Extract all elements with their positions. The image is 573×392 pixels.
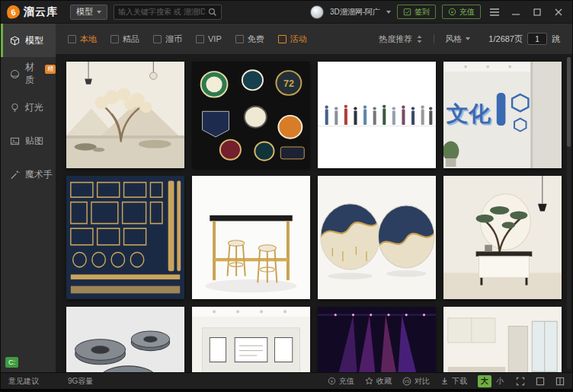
maximize-button[interactable] (530, 5, 545, 20)
sidebar-item-magic-tool[interactable]: 魔术手 (1, 158, 56, 191)
sort-dropdown[interactable]: 热度推荐 (379, 33, 423, 45)
thumbnail-image (443, 307, 562, 372)
recharge-button[interactable]: ¥ 充值 (442, 5, 481, 19)
status-left: 意见建议 9G容量 (8, 376, 93, 387)
download-action[interactable]: 下载 (440, 376, 467, 387)
signin-label: 签到 (415, 7, 430, 18)
page-jump-button[interactable]: 跳 (552, 33, 560, 45)
disk-capacity-badge[interactable]: C: (5, 357, 18, 368)
content-area: 本地 精品 溜币 VIP 免费 (56, 24, 572, 372)
titlebar-right: 3D溜溜网-阿广 签到 ¥ 充值 (310, 5, 566, 20)
checkbox-icon (110, 35, 119, 43)
style-dropdown[interactable]: 风格 (445, 33, 470, 45)
filter-label: 溜币 (165, 33, 182, 45)
checkbox-icon (196, 35, 204, 43)
model-thumbnail[interactable] (66, 62, 184, 168)
category-dropdown-label: 模型 (76, 6, 93, 18)
compare-action[interactable]: VS 对比 (402, 376, 430, 387)
filter-label: 活动 (290, 33, 307, 45)
user-chevron-down-icon[interactable] (386, 11, 391, 14)
filter-free[interactable]: 免费 (235, 33, 264, 45)
layout-single-icon[interactable] (536, 377, 545, 386)
model-thumbnail[interactable] (66, 176, 184, 299)
filter-label: 精品 (123, 33, 139, 45)
thumbnail-image (192, 307, 310, 372)
results-grid-area: 72 (56, 54, 572, 372)
svg-text:VS: VS (405, 378, 410, 383)
search-icon[interactable] (208, 8, 217, 17)
filter-label: 本地 (80, 33, 97, 45)
sidebar-item-textures[interactable]: 贴图 (1, 124, 56, 158)
sidebar-item-models[interactable]: 模型 (1, 24, 56, 57)
coin-icon: ¥ (448, 8, 456, 16)
coin-icon: ¥ (328, 377, 336, 385)
download-icon (440, 377, 449, 385)
feedback-link[interactable]: 意见建议 (8, 376, 39, 387)
premium-badge: 精 (45, 65, 56, 74)
model-thumbnail[interactable] (192, 307, 310, 372)
thumbnail-image (318, 62, 436, 168)
thumbnail-image (192, 176, 310, 299)
close-button[interactable] (551, 5, 566, 20)
page-jump-input[interactable] (527, 33, 547, 45)
picture-icon (10, 136, 20, 146)
sidebar-item-materials[interactable]: 材质 精 (1, 57, 56, 91)
sidebar-item-label: 魔术手 (25, 168, 53, 181)
checkbox-icon (235, 35, 244, 43)
filter-coin[interactable]: 溜币 (153, 33, 182, 45)
filter-vip[interactable]: VIP (196, 34, 222, 43)
divider (434, 34, 434, 43)
favorite-label: 收藏 (376, 376, 392, 387)
signin-button[interactable]: 签到 (397, 5, 436, 19)
page-info: 1/2687页 (488, 33, 523, 45)
sort-label: 热度推荐 (379, 33, 412, 45)
filter-activity[interactable]: 活动 (278, 33, 307, 45)
sidebar-item-label: 灯光 (25, 101, 43, 114)
fullscreen-icon[interactable] (516, 377, 525, 386)
model-thumbnail[interactable] (443, 307, 562, 372)
category-dropdown[interactable]: 模型 (70, 5, 107, 20)
scrollbar[interactable] (567, 57, 571, 369)
svg-text:72: 72 (283, 78, 294, 89)
layout-split-icon[interactable] (555, 377, 565, 386)
model-thumbnail[interactable] (318, 176, 436, 299)
username[interactable]: 3D溜溜网-阿广 (330, 7, 380, 18)
sidebar-item-lights[interactable]: 灯光 (1, 91, 56, 124)
model-thumbnail[interactable] (318, 307, 436, 372)
model-thumbnail[interactable] (443, 176, 562, 299)
size-small-button[interactable]: 小 (495, 375, 505, 387)
cube-icon (10, 36, 20, 46)
scrollbar-thumb[interactable] (567, 57, 571, 147)
model-thumbnail[interactable]: 文化 文化 (443, 62, 562, 168)
minimize-button[interactable] (508, 5, 523, 20)
model-thumbnail[interactable] (318, 62, 436, 168)
checkbox-icon (153, 35, 162, 43)
search-input[interactable] (118, 8, 205, 16)
sidebar: 模型 材质 精 灯光 贴图 (1, 24, 56, 372)
calendar-check-icon (403, 8, 411, 16)
checkbox-icon (278, 35, 286, 43)
svg-text:¥: ¥ (331, 379, 334, 384)
results-grid: 72 (66, 62, 562, 372)
magic-wand-icon (10, 170, 20, 180)
favorite-action[interactable]: 收藏 (365, 376, 392, 387)
chevron-down-icon (97, 11, 101, 14)
filter-premium[interactable]: 精品 (110, 33, 139, 45)
sidebar-item-label: 材质 (25, 61, 39, 87)
thumbnail-image (66, 62, 184, 168)
filter-local[interactable]: 本地 (68, 33, 97, 45)
size-large-button[interactable]: 大 (478, 375, 491, 387)
svg-text:文化: 文化 (447, 102, 491, 126)
star-icon (365, 377, 373, 385)
model-thumbnail[interactable] (66, 307, 184, 372)
capacity-label: 9G容量 (68, 376, 93, 387)
avatar[interactable] (310, 5, 324, 19)
menu-icon[interactable] (487, 5, 502, 20)
status-bar: 意见建议 9G容量 ¥ 充值 收藏 VS 对比 (1, 372, 572, 389)
recharge-action[interactable]: ¥ 充值 (328, 376, 354, 387)
filter-label: 免费 (248, 33, 264, 45)
model-thumbnail[interactable] (192, 176, 310, 299)
model-thumbnail[interactable]: 72 (192, 62, 310, 168)
vs-icon: VS (402, 377, 411, 386)
thumbnail-image (443, 176, 562, 299)
